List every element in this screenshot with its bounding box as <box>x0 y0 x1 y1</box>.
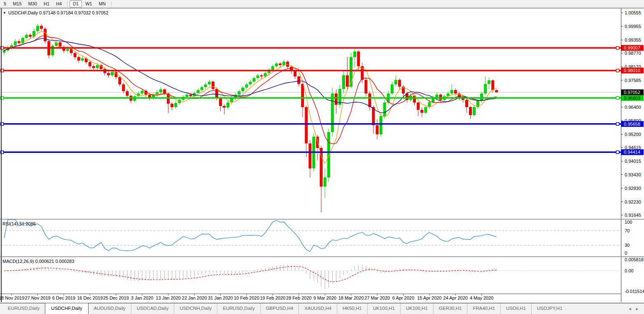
macd-axis-label: 0.005818 <box>625 257 644 262</box>
date-axis-label: 6 Dec 2019 <box>52 295 75 300</box>
candle-body <box>308 143 311 169</box>
timeframe-button-mn[interactable]: MN <box>96 0 109 7</box>
candle-body <box>170 104 173 107</box>
timeframe-button-w1[interactable]: W1 <box>82 0 96 7</box>
chart-tab-uk100-h1[interactable]: UK100,H1 <box>367 303 400 314</box>
candle-body <box>14 41 17 45</box>
date-axis-label: 27 Nov 2019 <box>25 295 50 300</box>
date-axis-label: 3 Jan 2020 <box>131 295 153 300</box>
candle-body <box>372 107 375 125</box>
chart-tab-usdcnh-daily[interactable]: USDCNH,Daily <box>174 303 217 314</box>
candle-body <box>219 98 222 106</box>
candle-body <box>394 80 397 84</box>
chart-tab-usdcad-daily[interactable]: USDCAD,Daily <box>131 303 174 314</box>
candle-body <box>454 90 457 94</box>
candle-body <box>465 100 468 107</box>
candle-body <box>40 26 43 29</box>
chart-canvas[interactable]: 1.005550.999550.993550.987700.981700.975… <box>0 0 644 314</box>
timeframe-button-h1[interactable]: H1 <box>40 0 53 7</box>
price-axis-label: 0.96400 <box>625 105 641 110</box>
h-line-handle-right[interactable] <box>616 151 619 154</box>
timeframe-toolbar: 5M15M30H1H4D1W1MN <box>0 0 644 8</box>
price-axis-label: 0.98770 <box>625 51 641 56</box>
rsi-axis-label: 0 <box>625 251 627 255</box>
candle-body <box>260 75 263 77</box>
tab-scroll-left-icon[interactable]: ◂ <box>629 306 631 312</box>
price-badge-text: 0.95658 <box>624 122 640 127</box>
candle-body <box>44 29 47 41</box>
price-axis-label: 0.99955 <box>625 24 641 29</box>
chart-tab-hk50-h1[interactable]: HK50,H1 <box>337 303 367 314</box>
chart-tab-gbpusd-h4[interactable]: GBPUSD,H4 <box>260 303 299 314</box>
chart-tab-eurusd-daily[interactable]: EURUSD,Daily <box>217 303 260 314</box>
macd-axis-label: 0.00 <box>625 268 633 273</box>
date-axis-label: 6 Apr 2020 <box>392 295 414 300</box>
price-badge-text: 0.94414 <box>624 150 640 155</box>
mt4-window: 5M15M30H1H4D1W1MN 1.005550.999550.993550… <box>0 0 644 314</box>
chart-tab-eurusd-daily[interactable]: EURUSD,Daily <box>2 303 45 314</box>
candle-body <box>126 91 128 96</box>
price-axis-label: 0.92230 <box>625 199 641 204</box>
candle-body <box>286 62 289 67</box>
tab-scroll-controls: ◂▸ <box>623 303 644 314</box>
candle-body <box>92 66 95 68</box>
rsi-axis-label: 100 <box>625 220 632 225</box>
timeframe-button-m30[interactable]: M30 <box>25 0 40 7</box>
candle-body <box>74 53 77 57</box>
chart-collapse-icon[interactable]: ▼ <box>3 11 6 15</box>
candle-body <box>18 41 21 43</box>
date-axis-label: 22 Jan 2020 <box>182 295 207 300</box>
tab-scroll-right-icon[interactable]: ▸ <box>636 306 638 312</box>
h-line-handle-right[interactable] <box>616 69 619 72</box>
candle-body <box>96 65 99 68</box>
date-axis-label: 24 Apr 2020 <box>443 295 468 300</box>
chart-tab-audusd-daily[interactable]: AUDUSD,Daily <box>89 303 131 314</box>
candle-body <box>376 125 379 134</box>
candle-body <box>294 71 296 77</box>
candle-body <box>488 80 490 84</box>
price-axis-label: 0.95200 <box>625 132 641 137</box>
price-axis-label: 0.91645 <box>625 213 641 218</box>
moving-average-22 <box>4 38 497 112</box>
timeframe-button-h4[interactable]: H4 <box>53 0 65 7</box>
toolbar-separator <box>67 1 68 7</box>
chart-tab-usdjpy-h1[interactable]: USDJPY,H1 <box>531 303 568 314</box>
candle-body <box>282 62 285 65</box>
candle-body <box>66 49 69 51</box>
h-line-handle-right[interactable] <box>616 96 619 99</box>
candle-body <box>305 107 308 143</box>
timeframe-button-m15[interactable]: M15 <box>9 0 25 7</box>
chart-tab-usoil-h1[interactable]: USOil,H1 <box>500 303 531 314</box>
candle-body <box>107 73 110 75</box>
timeframe-button-5[interactable]: 5 <box>0 0 9 7</box>
chart-symbol-label: USDCHF,Daily <box>8 10 38 15</box>
candle-body <box>189 95 192 96</box>
candle-body <box>163 89 166 94</box>
price-badge-text: 0.97052 <box>624 90 640 95</box>
h-line-handle-right[interactable] <box>616 122 619 125</box>
date-axis-label: 31 Jan 2020 <box>208 295 233 300</box>
date-axis-label: 19 Feb 2020 <box>260 295 285 300</box>
chart-tab-ger30-h1[interactable]: GER30,H1 <box>433 303 467 314</box>
toolbar-separator <box>111 1 112 7</box>
candle-body <box>238 91 240 94</box>
candle-body <box>484 84 487 94</box>
candle-body <box>253 78 256 82</box>
chart-tab-usdchf-daily[interactable]: USDCHF,Daily <box>45 303 88 314</box>
date-axis-label: 13 Jan 2020 <box>156 295 181 300</box>
price-axis-label: 0.99355 <box>625 37 641 42</box>
chart-tab-xauusd-h4[interactable]: XAUUSD,H4 <box>299 303 337 314</box>
candle-body <box>383 103 386 116</box>
candle-body <box>208 82 211 84</box>
candle-body <box>201 87 203 90</box>
rsi-axis-label: 30 <box>625 243 630 248</box>
chart-tab-uk100-h1[interactable]: UK100,H1 <box>400 303 433 314</box>
candle-body <box>174 103 177 107</box>
candle-body <box>417 103 420 110</box>
chart-tab-fra40-h1[interactable]: FRA40,H1 <box>467 303 500 314</box>
timeframe-button-d1[interactable]: D1 <box>70 0 82 7</box>
candle-body <box>439 95 442 100</box>
date-axis-label: 16 Dec 2019 <box>77 295 103 300</box>
candle-body <box>275 63 278 66</box>
h-line-handle-right[interactable] <box>616 47 619 49</box>
